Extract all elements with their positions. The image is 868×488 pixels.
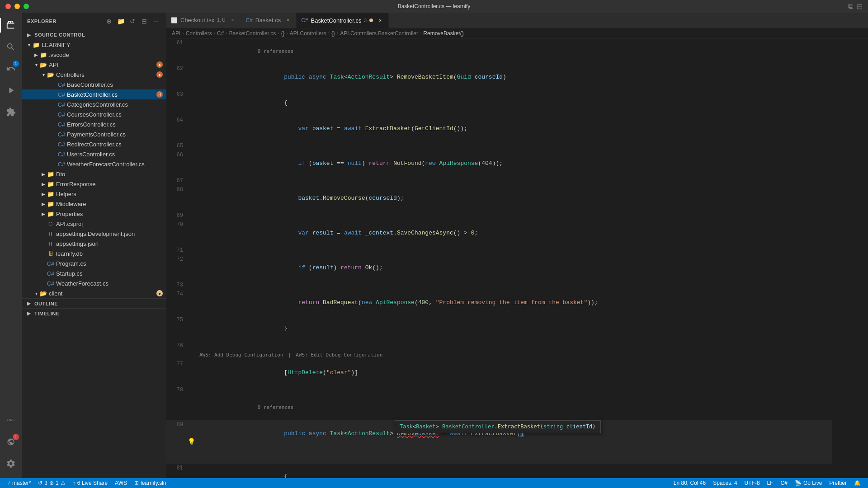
- line-code-65[interactable]: [196, 141, 832, 150]
- tree-learnifydb[interactable]: ▶ 🗄 learnify.db: [22, 249, 166, 258]
- breadcrumb-method[interactable]: RemoveBasket(): [423, 30, 463, 37]
- more-button[interactable]: ···: [151, 16, 161, 26]
- tree-weatherforecast[interactable]: ▶ C# WeatherForecast.cs: [22, 278, 166, 288]
- line-code-69[interactable]: [196, 211, 832, 220]
- tree-weathercontroller[interactable]: ▶ C# WeatherForecastController.cs: [22, 159, 166, 169]
- basketcontroller-tab-close[interactable]: ×: [377, 17, 384, 24]
- line-code-81[interactable]: {: [196, 464, 832, 478]
- activity-extensions[interactable]: [0, 101, 22, 123]
- status-position[interactable]: Ln 80, Col 46: [670, 478, 709, 488]
- checkout-tab-close[interactable]: ×: [229, 17, 236, 24]
- source-control-section[interactable]: ▶ SOURCE CONTROL: [22, 30, 166, 40]
- tree-userscontroller[interactable]: ▶ C# UsersController.cs: [22, 149, 166, 159]
- outline-section[interactable]: ▶ OUTLINE: [22, 298, 166, 308]
- tree-errorscontroller[interactable]: ▶ C# ErrorsController.cs: [22, 119, 166, 129]
- aws-add-debug[interactable]: AWS: Add Debug Configuration: [199, 352, 283, 358]
- activity-aws[interactable]: aws: [0, 409, 22, 431]
- window-controls[interactable]: [5, 4, 29, 9]
- activity-run[interactable]: [0, 80, 22, 101]
- status-prettier[interactable]: Prettier: [826, 478, 850, 488]
- tree-errorresponse[interactable]: ▶ 📁 ErrorResponse: [22, 179, 166, 189]
- status-notifications[interactable]: 🔔: [850, 478, 864, 488]
- new-file-button[interactable]: ⊕: [104, 16, 114, 26]
- line-code-74[interactable]: return BadRequest(new ApiResponse(400, "…: [196, 290, 832, 315]
- refresh-button[interactable]: ↺: [127, 16, 137, 26]
- activity-settings[interactable]: [0, 453, 22, 474]
- activity-explorer[interactable]: [0, 14, 22, 36]
- tree-basketcontroller[interactable]: ▶ C# BasketController.cs 3: [22, 89, 166, 99]
- line-code-79-refs[interactable]: 0 references: [196, 394, 832, 420]
- maximize-button[interactable]: [24, 4, 29, 9]
- line-code-64[interactable]: var basket = await ExtractBasket(GetClie…: [196, 116, 832, 141]
- tree-dto[interactable]: ▶ 📁 Dto: [22, 169, 166, 179]
- tree-redirectcontroller[interactable]: ▶ C# RedirectController.cs: [22, 139, 166, 149]
- aws-edit-debug[interactable]: AWS: Edit Debug Configuration: [296, 352, 382, 358]
- line-code-78[interactable]: [196, 385, 832, 394]
- tree-vscode[interactable]: ▶ 📁 .vscode: [22, 50, 166, 60]
- tree-client[interactable]: ▾ 📂 client ●: [22, 288, 166, 298]
- tree-appsettingsdev[interactable]: ▶ {} appsettings.Development.json: [22, 229, 166, 239]
- tree-helpers[interactable]: ▶ 📁 Helpers: [22, 189, 166, 199]
- close-button[interactable]: [5, 4, 11, 9]
- tree-controllers[interactable]: ▾ 📂 Controllers ●: [22, 70, 166, 80]
- activity-search[interactable]: [0, 36, 22, 58]
- tree-properties[interactable]: ▶ 📁 Properties: [22, 209, 166, 219]
- status-branch[interactable]: ⑂ master*: [4, 478, 34, 488]
- line-code-73[interactable]: [196, 281, 832, 290]
- tree-learnify[interactable]: ▾ 📁 LEARNIFY: [22, 40, 166, 50]
- tree-categoriescontroller[interactable]: ▶ C# CategoriesController.cs: [22, 99, 166, 109]
- line-code-76[interactable]: [196, 341, 832, 350]
- new-folder-button[interactable]: 📁: [116, 16, 126, 26]
- status-liveshare[interactable]: ↑ 6 Live Share: [69, 478, 111, 488]
- split-icon[interactable]: ⧉: [848, 2, 853, 11]
- tab-basketcontroller[interactable]: C# BasketController.cs 3 ×: [297, 13, 389, 28]
- tree-appsettings[interactable]: ▶ {} appsettings.json: [22, 239, 166, 249]
- tree-apicsproj[interactable]: ▶ ⬡ API.csproj: [22, 219, 166, 229]
- tree-middleware[interactable]: ▶ 📁 Middleware: [22, 199, 166, 209]
- status-solution[interactable]: ⊞ learnify.sln: [131, 478, 170, 488]
- status-encoding[interactable]: UTF-8: [741, 478, 764, 488]
- status-language[interactable]: C#: [777, 478, 791, 488]
- minimize-button[interactable]: [14, 4, 20, 9]
- tree-paymentscontroller[interactable]: ▶ C# PaymentsController.cs: [22, 129, 166, 139]
- line-code-72[interactable]: if (result) return Ok();: [196, 255, 832, 281]
- breadcrumb-namespace-brace2[interactable]: {}: [331, 30, 335, 37]
- tree-basecontroller[interactable]: ▶ C# BaseController.cs: [22, 80, 166, 89]
- line-code-63[interactable]: {: [196, 90, 832, 116]
- breadcrumb-apicontrollers[interactable]: API.Controllers: [290, 30, 326, 37]
- code-container[interactable]: 61 0 references 62 public async: [166, 38, 832, 478]
- line-code-68[interactable]: basket.RemoveCourse(courseId);: [196, 185, 832, 211]
- status-spaces[interactable]: Spaces: 4: [709, 478, 741, 488]
- timeline-section[interactable]: ▶ TIMELINE: [22, 308, 166, 318]
- line-code-62[interactable]: public async Task<ActionResult> RemoveBa…: [196, 64, 832, 90]
- tree-startup[interactable]: ▶ C# Startup.cs: [22, 268, 166, 278]
- line-code-71[interactable]: [196, 246, 832, 255]
- layout-icon[interactable]: ⊟: [857, 2, 863, 11]
- breadcrumb-class[interactable]: API.Controllers.BasketController: [340, 30, 418, 37]
- breadcrumb-namespace-brace1[interactable]: {}: [281, 30, 284, 37]
- line-code-61[interactable]: 0 references: [196, 38, 832, 64]
- basket-tab-close[interactable]: ×: [284, 17, 292, 24]
- breadcrumb-cs[interactable]: C#: [217, 30, 224, 37]
- collapse-button[interactable]: ⊟: [139, 16, 149, 26]
- status-line-ending[interactable]: LF: [764, 478, 777, 488]
- status-golive[interactable]: 📡 Go Live: [791, 478, 826, 488]
- tab-basket[interactable]: C# Basket.cs ×: [241, 13, 297, 28]
- line-code-70[interactable]: var result = await _context.SaveChangesA…: [196, 220, 832, 246]
- line-code-67[interactable]: [196, 176, 832, 185]
- status-sync[interactable]: ↺ 3 ⊗ 1 ⚠: [34, 478, 69, 488]
- tree-program[interactable]: ▶ C# Program.cs: [22, 258, 166, 268]
- tab-checkout[interactable]: ⬜ Checkout.tsx 1, U ×: [166, 13, 241, 28]
- line-code-75[interactable]: }: [196, 315, 832, 341]
- line-code-66[interactable]: if (basket == null) return NotFound(new …: [196, 150, 832, 176]
- activity-source-control[interactable]: 1: [0, 58, 22, 80]
- breadcrumb-api[interactable]: API: [172, 30, 180, 37]
- line-code-77[interactable]: [HttpDelete("clear")]: [196, 360, 832, 385]
- breadcrumb-file[interactable]: BasketController.cs: [229, 30, 276, 37]
- activity-remote[interactable]: 1: [0, 431, 22, 453]
- breadcrumb-controllers[interactable]: Controllers: [186, 30, 212, 37]
- tree-coursescontroller[interactable]: ▶ C# CoursesController.cs: [22, 109, 166, 119]
- line-code-80[interactable]: public async Task<ActionResult> Removeba…: [196, 420, 832, 464]
- tree-api[interactable]: ▾ 📂 API ●: [22, 60, 166, 70]
- status-aws[interactable]: AWS: [111, 478, 131, 488]
